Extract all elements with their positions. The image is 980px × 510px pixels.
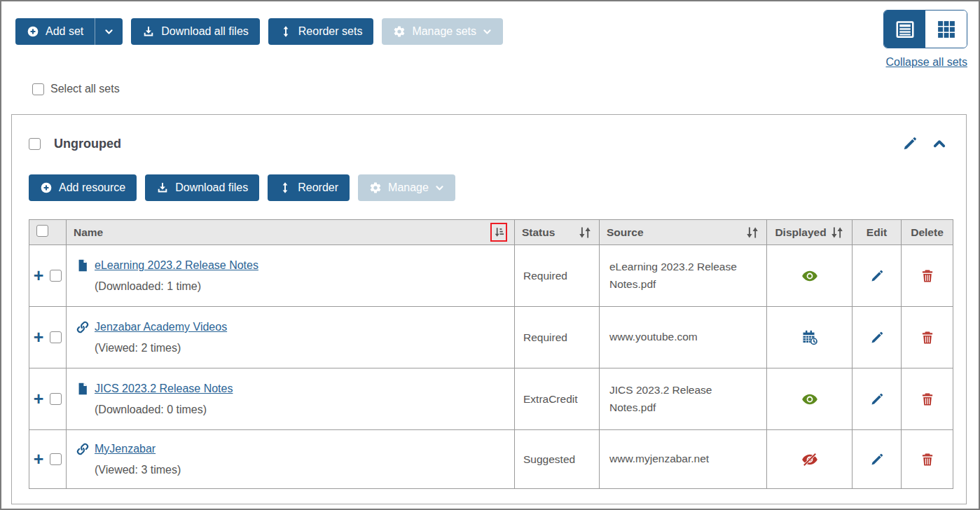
link-icon <box>76 320 90 334</box>
chevron-up-icon <box>932 137 946 151</box>
pencil-icon <box>870 269 884 283</box>
download-icon <box>142 25 155 38</box>
plus-circle-icon <box>27 25 39 38</box>
gear-icon <box>369 181 382 194</box>
status-cell: Required <box>515 307 600 368</box>
screenshot-frame: Add set Download all files Reorder sets … <box>0 0 980 510</box>
sort-both-icon[interactable] <box>830 226 844 240</box>
source-cell: www.myjenzabar.net <box>600 430 767 489</box>
sort-both-icon[interactable] <box>578 226 592 240</box>
collapse-all-sets-link[interactable]: Collapse all sets <box>886 56 968 69</box>
manage-label: Manage <box>388 181 429 194</box>
row-checkbox[interactable] <box>50 331 62 343</box>
set-toolbar: Add resource Download files Reorder Mana… <box>29 174 949 201</box>
table-row: + Jenzabar Academy Videos (Viewed: 2 tim… <box>29 307 953 368</box>
delete-resource-button[interactable] <box>920 330 935 345</box>
row-checkbox[interactable] <box>50 393 62 405</box>
chevron-down-icon <box>435 184 444 193</box>
sort-both-icon[interactable] <box>745 226 759 240</box>
source-cell: www.youtube.com <box>600 307 767 368</box>
header-name-label: Name <box>74 226 103 239</box>
edit-resource-button[interactable] <box>870 392 884 406</box>
calendar-clock-icon <box>801 329 819 346</box>
header-status: Status <box>515 220 600 245</box>
edit-resource-button[interactable] <box>870 453 884 467</box>
row-checkbox[interactable] <box>50 270 62 282</box>
trash-icon <box>920 268 935 284</box>
edit-resource-button[interactable] <box>870 331 884 345</box>
source-cell: eLearning 2023.2 Release Notes.pdf <box>600 245 767 307</box>
add-set-dropdown-button[interactable] <box>95 18 123 45</box>
manage-sets-button[interactable]: Manage sets <box>382 18 503 45</box>
resource-link[interactable]: JICS 2023.2 Release Notes <box>95 382 233 395</box>
displayed-indicator <box>801 451 819 468</box>
select-all-sets: Select all sets <box>32 83 967 95</box>
manage-button[interactable]: Manage <box>358 174 455 201</box>
pencil-icon <box>870 331 884 345</box>
expand-plus-icon[interactable]: + <box>34 329 44 346</box>
table-row: + JICS 2023.2 Release Notes (Downloaded:… <box>29 368 953 430</box>
row-checkbox[interactable] <box>50 453 62 465</box>
displayed-indicator <box>801 391 819 408</box>
add-set-button[interactable]: Add set <box>15 18 95 45</box>
edit-resource-button[interactable] <box>870 269 884 283</box>
file-icon <box>76 259 90 273</box>
manage-sets-label: Manage sets <box>412 25 476 38</box>
eye-visible-icon <box>801 391 819 408</box>
header-edit: Edit <box>853 220 902 245</box>
header-delete: Delete <box>902 220 953 245</box>
expand-plus-icon[interactable]: + <box>34 390 44 408</box>
list-view-icon <box>895 19 916 40</box>
chevron-down-icon <box>483 27 492 36</box>
view-mode-toggle <box>883 10 967 48</box>
plus-circle-icon <box>40 181 53 194</box>
set-checkbox[interactable] <box>29 138 41 150</box>
set-panel-ungrouped: Ungrouped Add resource Download files Re… <box>11 114 967 504</box>
edit-set-button[interactable] <box>902 136 918 151</box>
header-name: Name <box>67 220 515 245</box>
top-toolbar: Add set Download all files Reorder sets … <box>15 18 967 69</box>
annotation-highlight-box <box>490 223 507 242</box>
expand-plus-icon[interactable]: + <box>34 450 44 468</box>
grid-view-icon <box>936 19 957 40</box>
reorder-updown-icon <box>279 181 291 194</box>
header-source-label: Source <box>607 226 644 239</box>
header-select-column <box>29 220 67 245</box>
delete-resource-button[interactable] <box>920 392 935 407</box>
expand-plus-icon[interactable]: + <box>34 267 44 284</box>
header-status-label: Status <box>522 226 555 239</box>
list-view-button[interactable] <box>884 11 925 48</box>
delete-resource-button[interactable] <box>920 268 935 284</box>
resource-link[interactable]: MyJenzabar <box>95 443 156 455</box>
link-icon <box>76 442 90 456</box>
trash-icon <box>920 392 935 407</box>
download-files-label: Download files <box>175 181 248 194</box>
select-all-sets-checkbox[interactable] <box>32 83 44 95</box>
reorder-label: Reorder <box>298 181 338 194</box>
add-set-label: Add set <box>46 25 83 38</box>
table-header-row: Name Status So <box>29 220 953 245</box>
collapse-set-button[interactable] <box>932 137 946 151</box>
gear-icon <box>393 25 406 38</box>
select-all-resources-checkbox[interactable] <box>36 225 48 237</box>
pencil-icon <box>902 136 918 151</box>
resource-link[interactable]: Jenzabar Academy Videos <box>95 321 227 333</box>
resource-link[interactable]: eLearning 2023.2 Release Notes <box>95 259 258 272</box>
delete-resource-button[interactable] <box>920 452 935 467</box>
download-all-files-button[interactable]: Download all files <box>131 18 260 45</box>
add-set-split-button: Add set <box>15 18 123 45</box>
status-cell: ExtraCredit <box>515 368 600 430</box>
reorder-button[interactable]: Reorder <box>268 174 350 201</box>
download-files-button[interactable]: Download files <box>145 174 259 201</box>
reorder-sets-button[interactable]: Reorder sets <box>268 18 374 45</box>
sort-amount-down-icon[interactable] <box>493 225 504 240</box>
select-all-sets-label: Select all sets <box>50 83 120 95</box>
pencil-icon <box>870 453 884 467</box>
trash-icon <box>920 330 935 345</box>
add-resource-button[interactable]: Add resource <box>29 174 137 201</box>
resources-table: Name Status So <box>29 219 953 489</box>
grid-view-button[interactable] <box>925 11 967 48</box>
status-cell: Suggested <box>515 430 600 489</box>
reorder-updown-icon <box>279 25 292 38</box>
status-cell: Required <box>515 245 600 307</box>
